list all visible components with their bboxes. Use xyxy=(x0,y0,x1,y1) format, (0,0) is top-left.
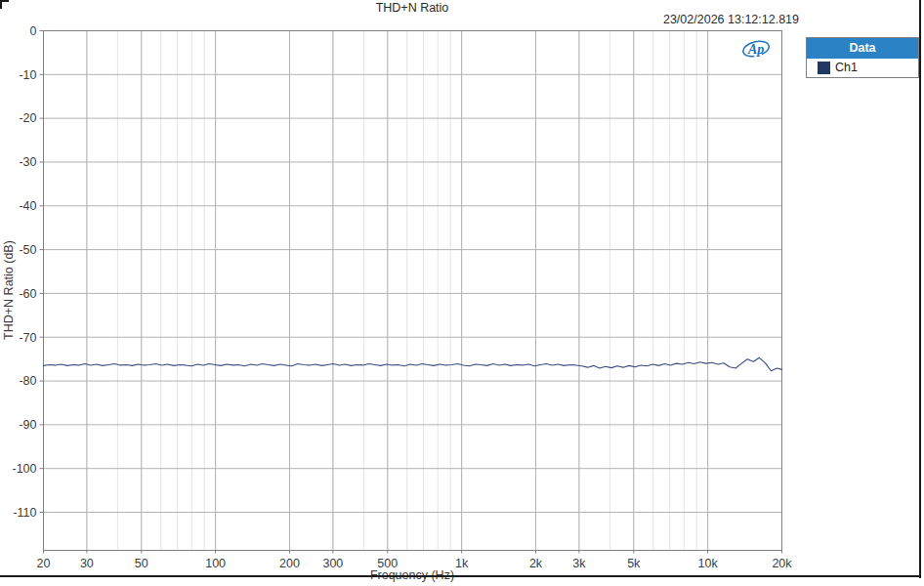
plot-svg: 0-10-20-30-40-50-60-70-80-90-100-1102030… xyxy=(0,0,924,586)
y-tick-label: -40 xyxy=(19,199,36,213)
window-frame-bottom xyxy=(0,575,921,577)
y-tick-label: -70 xyxy=(19,331,36,345)
legend-panel: Data Ch1 xyxy=(806,37,919,78)
y-tick-label: -10 xyxy=(19,68,36,82)
y-axis-title: THD+N Ratio (dB) xyxy=(2,240,16,340)
y-tick-label: -50 xyxy=(19,243,36,257)
ap-logo-icon: Ap xyxy=(738,38,774,60)
y-tick-label: -60 xyxy=(19,287,36,301)
y-tick-label: -30 xyxy=(19,155,36,169)
plot-border xyxy=(44,31,782,551)
y-tick-label: -80 xyxy=(19,374,36,388)
y-tick-label: -90 xyxy=(19,418,36,432)
y-tick-label: -100 xyxy=(12,462,36,476)
y-tick-label: -110 xyxy=(13,506,36,520)
y-tick-label: 0 xyxy=(30,24,37,38)
legend-header: Data xyxy=(807,38,918,59)
ch1-trace xyxy=(44,357,782,370)
legend-item-label: Ch1 xyxy=(835,61,858,74)
ch1-color-swatch-icon xyxy=(818,62,830,74)
window-frame-right xyxy=(919,0,921,578)
window-frame-corner xyxy=(0,0,2,9)
legend-item-ch1[interactable]: Ch1 xyxy=(807,59,918,77)
y-tick-label: -20 xyxy=(19,111,36,125)
ap-logo-text: Ap xyxy=(747,42,764,57)
graph-panel: THD+N Ratio 23/02/2026 13:12:12.819 0-10… xyxy=(0,0,924,586)
